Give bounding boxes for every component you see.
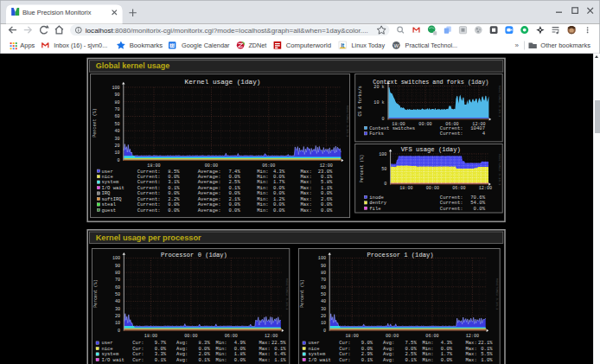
svg-text:20 k: 20 k <box>373 85 384 90</box>
svg-text:Average:: Average: <box>198 208 221 214</box>
svg-text:Processor 1 (1day): Processor 1 (1day) <box>367 252 434 259</box>
svg-text:Avg:: Avg: <box>176 357 188 363</box>
svg-text:MONITORIX 3.10.1: MONITORIX 3.10.1 <box>498 86 501 118</box>
svg-text:W: W <box>393 43 399 48</box>
svg-text:Computerworld: Computerworld <box>286 42 331 49</box>
svg-text:Cur:: Cur: <box>339 357 350 363</box>
svg-text:1.1%: 1.1% <box>274 357 286 363</box>
svg-text:06:00: 06:00 <box>225 334 238 339</box>
svg-text:Inbox (16) - sjvn0...: Inbox (16) - sjvn0... <box>54 42 107 49</box>
svg-text:Bookmarks: Bookmarks <box>130 42 163 49</box>
svg-text:0.0%: 0.0% <box>474 206 486 212</box>
svg-text:60: 60 <box>321 285 326 291</box>
svg-text:80: 80 <box>115 271 120 276</box>
svg-text:00:00: 00:00 <box>184 334 197 339</box>
svg-text:»: » <box>514 42 519 49</box>
svg-text:18:00: 18:00 <box>399 186 412 191</box>
svg-text:20: 20 <box>114 144 119 149</box>
svg-text:50: 50 <box>115 292 120 297</box>
svg-text:MONITORIX 3.10.1: MONITORIX 3.10.1 <box>346 105 349 137</box>
svg-text:30: 30 <box>321 307 326 312</box>
svg-text:Current:: Current: <box>440 206 463 212</box>
svg-text:60: 60 <box>115 285 120 291</box>
svg-text:1.0%: 1.0% <box>481 357 493 363</box>
svg-text:00:00: 00:00 <box>386 334 399 339</box>
svg-text:40: 40 <box>114 129 119 134</box>
svg-text:0.1%: 0.1% <box>198 357 210 363</box>
svg-text:Kernel usage per processor: Kernel usage per processor <box>96 234 202 242</box>
svg-text:0: 0 <box>382 117 385 122</box>
svg-text:20: 20 <box>321 314 326 319</box>
svg-text:70: 70 <box>115 278 120 283</box>
svg-text:Google Calendar: Google Calendar <box>182 42 230 49</box>
svg-text:10: 10 <box>321 321 326 326</box>
svg-text:00:00: 00:00 <box>426 186 439 191</box>
svg-text:0.0%: 0.0% <box>168 208 180 214</box>
svg-text:Current:: Current: <box>440 131 463 137</box>
svg-text:0.1%: 0.1% <box>155 357 167 363</box>
svg-text:10: 10 <box>114 150 119 156</box>
svg-text:12:00: 12:00 <box>265 334 278 339</box>
svg-text:0.0%: 0.0% <box>441 357 453 363</box>
svg-text:file: file <box>369 206 380 212</box>
svg-text:0.0%: 0.0% <box>273 208 285 214</box>
svg-text:Cur:: Cur: <box>132 357 144 363</box>
svg-text:30: 30 <box>114 137 119 142</box>
svg-text:100: 100 <box>112 86 119 91</box>
svg-text:MONITORIX 3.10.1: MONITORIX 3.10.1 <box>495 278 499 310</box>
svg-text:MONITORIX 3.10.1: MONITORIX 3.10.1 <box>285 278 289 310</box>
svg-text:0: 0 <box>118 158 120 163</box>
svg-text:80: 80 <box>114 100 119 105</box>
svg-text:50: 50 <box>321 292 326 297</box>
svg-text:Percent (%): Percent (%) <box>93 108 98 137</box>
svg-text:localhost:8080/monitorix-cgi/m: localhost:8080/monitorix-cgi/monitorix.c… <box>86 27 368 35</box>
svg-text:100: 100 <box>318 256 326 261</box>
svg-text:Max:: Max: <box>301 208 312 214</box>
svg-text:70: 70 <box>114 107 119 112</box>
svg-text:18:00: 18:00 <box>346 334 359 339</box>
svg-text:31: 31 <box>170 43 176 48</box>
svg-text:0.0%: 0.0% <box>228 208 240 214</box>
svg-text:100: 100 <box>112 256 120 261</box>
svg-text:10 k: 10 k <box>373 100 384 105</box>
svg-text:Global kernel usage: Global kernel usage <box>96 62 170 70</box>
svg-text:06:00: 06:00 <box>452 186 465 191</box>
svg-text:CS & forks/s: CS & forks/s <box>358 86 362 116</box>
svg-text:100: 100 <box>379 152 386 157</box>
svg-text:06:00: 06:00 <box>425 334 438 339</box>
svg-text:Processor 0 (1day): Processor 0 (1day) <box>161 252 227 259</box>
svg-text:Min:: Min: <box>215 357 227 363</box>
svg-text:Practical Technol...: Practical Technol... <box>405 42 457 49</box>
svg-text:Max:: Max: <box>466 357 477 363</box>
svg-text:0: 0 <box>323 329 326 334</box>
svg-text:70: 70 <box>321 278 326 283</box>
svg-text:Current:: Current: <box>137 208 161 214</box>
svg-text:0: 0 <box>384 182 386 187</box>
svg-text:Linux Today: Linux Today <box>352 42 386 49</box>
svg-text:80: 80 <box>321 271 326 276</box>
svg-text:90: 90 <box>115 264 120 269</box>
svg-text:Percent (%): Percent (%) <box>360 155 364 182</box>
svg-text:MONITORIX 3.10.1: MONITORIX 3.10.1 <box>498 154 501 186</box>
svg-text:50: 50 <box>381 167 386 172</box>
svg-text:60: 60 <box>114 114 119 119</box>
svg-text:VFS usage (1day): VFS usage (1day) <box>401 147 461 153</box>
svg-text:Apps: Apps <box>20 42 35 49</box>
svg-text:18:00: 18:00 <box>144 334 157 339</box>
svg-text:0.0%: 0.0% <box>234 357 246 363</box>
svg-text:Max:: Max: <box>259 357 271 363</box>
svg-text:Percent (%): Percent (%) <box>300 279 304 307</box>
svg-text:10: 10 <box>115 321 120 326</box>
svg-text:Percent (%): Percent (%) <box>93 279 98 307</box>
svg-text:30: 30 <box>115 307 120 312</box>
svg-text:Avg:: Avg: <box>383 357 394 363</box>
svg-text:20: 20 <box>115 314 120 319</box>
svg-text:50: 50 <box>114 122 119 127</box>
svg-text:Min:: Min: <box>257 208 268 214</box>
svg-text:Forks: Forks <box>369 131 384 137</box>
svg-text:Blue Precision Monitorix: Blue Precision Monitorix <box>22 9 92 16</box>
svg-text:12:00: 12:00 <box>479 186 492 191</box>
svg-text:00:00: 00:00 <box>418 122 431 127</box>
svg-text:Other bookmarks: Other bookmarks <box>540 42 590 49</box>
svg-text:I/O wait: I/O wait <box>101 357 124 363</box>
